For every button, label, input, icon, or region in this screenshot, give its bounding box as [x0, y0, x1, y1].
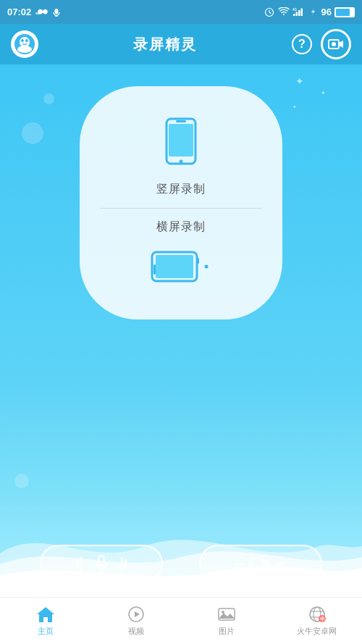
landscape-label: 横屏录制 — [156, 219, 206, 235]
nav-web-label: 火牛安卓网 — [297, 626, 337, 637]
deco-star-2: ✦ — [321, 90, 326, 96]
record-button[interactable] — [321, 29, 351, 59]
svg-point-13 — [20, 37, 30, 47]
nav-video-label: 视频 — [128, 626, 144, 637]
nav-image-label: 图片 — [219, 626, 235, 637]
web-nav-icon: 牛 — [308, 605, 327, 624]
status-right: 4G 96 — [264, 7, 355, 17]
nav-image[interactable]: 图片 — [181, 605, 272, 637]
svg-text:∞: ∞ — [35, 9, 41, 17]
svg-marker-42 — [135, 611, 140, 617]
svg-point-26 — [205, 265, 209, 269]
svg-rect-9 — [300, 9, 303, 17]
nav-home[interactable]: 主页 — [0, 605, 90, 637]
svg-line-5 — [269, 12, 272, 14]
svg-rect-27 — [153, 264, 156, 275]
app-header: 录屏精灵 ? — [0, 24, 362, 64]
bottom-nav: 主页 视频 图片 牛 — [0, 597, 362, 644]
bubble-2 — [43, 93, 54, 104]
nav-home-label: 主页 — [38, 626, 54, 637]
status-left: 07:02 ∞ — [7, 7, 62, 17]
clock-icon — [264, 7, 275, 17]
svg-marker-45 — [219, 613, 235, 619]
deco-star-3: ✦ — [292, 104, 297, 110]
mic-status-icon — [51, 8, 62, 17]
svg-rect-23 — [176, 120, 186, 122]
svg-rect-21 — [169, 124, 193, 156]
wifi-icon — [278, 7, 290, 17]
svg-rect-6 — [293, 14, 295, 16]
main-content: ✦ ✦ ✦ 竖屏录制 横屏录制 — [0, 64, 362, 597]
home-icon — [36, 605, 55, 624]
image-nav-icon — [217, 605, 236, 624]
bubble-3 — [14, 474, 29, 488]
svg-marker-40 — [37, 607, 54, 622]
svg-point-22 — [180, 160, 183, 164]
camera-record-icon — [328, 38, 344, 51]
nav-web[interactable]: 牛 火牛安卓网 — [272, 605, 362, 637]
svg-text:牛: 牛 — [320, 616, 326, 622]
svg-rect-25 — [156, 255, 193, 278]
header-actions: ? — [292, 29, 351, 59]
svg-point-15 — [21, 39, 24, 42]
svg-text:4G: 4G — [292, 8, 298, 12]
portrait-label: 竖屏录制 — [156, 182, 206, 197]
battery-icon — [334, 7, 355, 17]
help-button[interactable]: ? — [292, 34, 312, 54]
status-bar: 07:02 ∞ 4G — [0, 0, 362, 24]
app-logo[interactable] — [11, 30, 38, 58]
battery-level: 96 — [321, 7, 332, 17]
bubble-1 — [22, 122, 43, 144]
wave-decoration — [0, 510, 362, 597]
logo-icon — [14, 33, 35, 55]
svg-rect-7 — [295, 12, 298, 17]
svg-point-14 — [17, 46, 32, 53]
svg-rect-28 — [197, 258, 199, 264]
main-card: 竖屏录制 横屏录制 — [80, 86, 282, 319]
svg-point-16 — [25, 39, 28, 42]
infinite-icon: ∞ — [35, 8, 48, 17]
landscape-record-section[interactable]: 横屏录制 — [80, 209, 282, 305]
time: 07:02 — [7, 7, 31, 17]
svg-rect-8 — [298, 10, 300, 16]
charging-icon — [307, 7, 319, 17]
svg-point-19 — [332, 42, 336, 46]
video-nav-icon — [127, 605, 146, 624]
svg-marker-11 — [311, 8, 315, 16]
signal-icon: 4G — [292, 7, 304, 17]
landscape-phone-icon — [148, 243, 214, 290]
nav-video[interactable]: 视频 — [90, 605, 181, 637]
deco-star-1: ✦ — [295, 75, 304, 87]
app-title: 录屏精灵 — [133, 35, 197, 54]
portrait-record-section[interactable]: 竖屏录制 — [80, 101, 282, 208]
portrait-phone-icon — [152, 115, 210, 173]
